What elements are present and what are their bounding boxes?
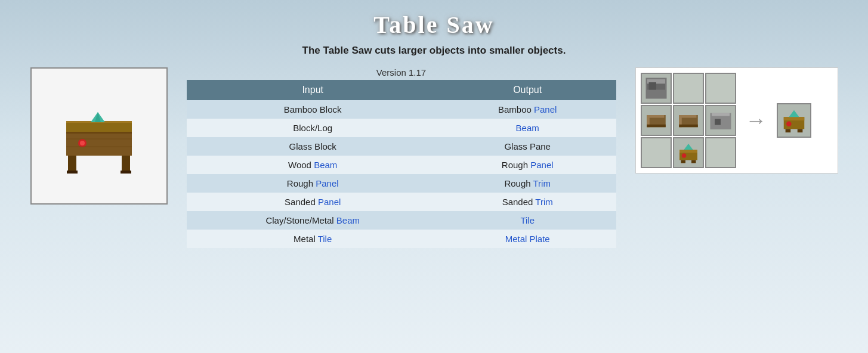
craft-cell [641, 73, 672, 104]
cell-link[interactable]: Beam [314, 160, 337, 170]
output-cell: Sanded Trim [439, 193, 616, 211]
craft-cell [705, 137, 736, 168]
col-input: Input [187, 80, 439, 100]
svg-rect-30 [679, 150, 697, 153]
svg-rect-17 [648, 82, 656, 90]
craft-result [777, 103, 811, 138]
table-row: Metal TileMetal Plate [187, 230, 616, 248]
table-row: Bamboo BlockBamboo Panel [187, 100, 616, 119]
cell-link[interactable]: Tile [520, 215, 535, 225]
craft-cell [673, 137, 704, 168]
svg-marker-37 [789, 110, 799, 117]
output-cell: Rough Panel [439, 156, 616, 174]
svg-rect-28 [715, 119, 721, 125]
svg-rect-33 [681, 160, 685, 163]
svg-marker-31 [684, 144, 693, 150]
cell-link[interactable]: Panel [318, 197, 341, 207]
cell-link[interactable]: Beam [516, 123, 539, 133]
svg-point-38 [786, 121, 792, 126]
svg-rect-8 [68, 156, 76, 172]
svg-rect-39 [785, 129, 790, 132]
svg-rect-34 [691, 160, 696, 163]
svg-rect-21 [647, 125, 666, 128]
craft-cell [673, 73, 704, 104]
craft-cell [641, 137, 672, 168]
svg-rect-23 [680, 115, 696, 118]
svg-rect-4 [66, 132, 132, 156]
table-row: Wood BeamRough Panel [187, 156, 616, 174]
cell-link[interactable]: Tile [318, 234, 332, 244]
craft-cell [673, 105, 704, 136]
cell-link[interactable]: Trim [535, 197, 552, 207]
table-container: Version 1.17 Input Output Bamboo BlockBa… [187, 67, 616, 248]
output-cell: Bamboo Panel [439, 100, 616, 119]
svg-rect-5 [66, 132, 132, 134]
svg-rect-11 [121, 171, 131, 174]
cell-link[interactable]: Panel [530, 160, 553, 170]
cell-link[interactable]: Beam [336, 215, 360, 225]
cell-link[interactable]: Trim [533, 178, 551, 188]
svg-rect-10 [67, 171, 78, 174]
main-content: Version 1.17 Input Output Bamboo BlockBa… [0, 67, 868, 248]
svg-rect-9 [122, 156, 130, 172]
svg-rect-25 [679, 125, 698, 128]
svg-rect-27 [712, 113, 730, 116]
input-cell: Rough Panel [187, 174, 439, 193]
subtitle: The Table Saw cuts larger objects into s… [302, 45, 566, 57]
input-cell: Sanded Panel [187, 193, 439, 211]
page-title: Table Saw [373, 11, 494, 39]
svg-point-32 [681, 153, 686, 158]
output-cell: Glass Pane [439, 137, 616, 156]
input-cell: Metal Tile [187, 230, 439, 248]
craft-grid [641, 73, 736, 168]
version-label: Version 1.17 [376, 67, 426, 78]
svg-point-7 [80, 141, 85, 145]
input-cell: Wood Beam [187, 156, 439, 174]
table-row: Rough PanelRough Trim [187, 174, 616, 193]
table-row: Block/LogBeam [187, 119, 616, 137]
craft-recipe-box: → [635, 67, 838, 174]
input-cell: Bamboo Block [187, 100, 439, 119]
cell-link[interactable]: Metal Plate [505, 234, 550, 244]
input-cell: Block/Log [187, 119, 439, 137]
svg-rect-40 [797, 129, 802, 132]
output-cell: Metal Plate [439, 230, 616, 248]
output-cell: Tile [439, 211, 616, 230]
craft-cell [641, 105, 672, 136]
output-cell: Rough Trim [439, 174, 616, 193]
recipes-table: Input Output Bamboo BlockBamboo PanelBlo… [187, 80, 616, 248]
cell-link[interactable]: Panel [316, 178, 338, 188]
svg-rect-19 [648, 115, 664, 118]
craft-cell [705, 73, 736, 104]
table-saw-icon [57, 94, 141, 178]
item-image-box [30, 67, 168, 205]
input-cell: Clay/Stone/Metal Beam [187, 211, 439, 230]
svg-rect-36 [783, 117, 804, 120]
col-output: Output [439, 80, 616, 100]
table-row: Glass BlockGlass Pane [187, 137, 616, 156]
output-cell: Beam [439, 119, 616, 137]
table-row: Clay/Stone/Metal BeamTile [187, 211, 616, 230]
input-cell: Glass Block [187, 137, 439, 156]
craft-cell [705, 105, 736, 136]
cell-link[interactable]: Panel [534, 104, 557, 114]
table-row: Sanded PanelSanded Trim [187, 193, 616, 211]
craft-arrow: → [743, 108, 770, 133]
